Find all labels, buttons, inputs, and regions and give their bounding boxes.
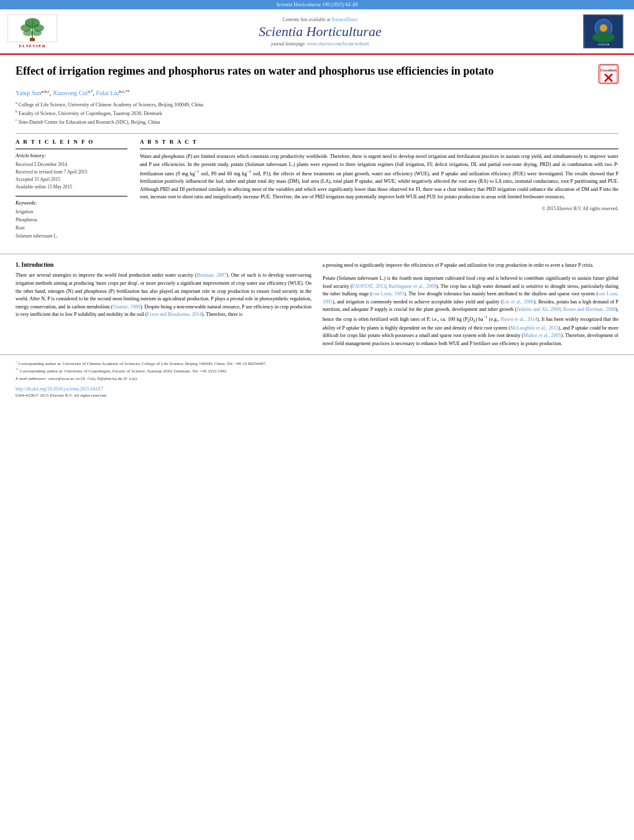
keyword-4: Solanum tuberosum L. — [16, 233, 127, 241]
journal-title: Scientia Horticulturae — [63, 24, 577, 40]
article-info-panel: A R T I C L E I N F O Article history: R… — [16, 139, 127, 240]
keywords-label: Keywords: — [16, 200, 127, 206]
svg-point-10 — [592, 32, 615, 42]
ref-rosen-2014[interactable]: Rosen et al., 2014 — [500, 316, 537, 322]
article-info-divider — [16, 149, 127, 149]
affiliation-b: b Faculty of Science, University of Cope… — [16, 109, 618, 118]
received-date: Received 5 December 2014 — [16, 161, 127, 168]
abstract-heading: A B S T R A C T — [140, 139, 618, 145]
affiliations: a College of Life Science, University of… — [16, 100, 618, 126]
contents-line: Contents lists available at ScienceDirec… — [63, 17, 577, 22]
received-revised-date: Received in revised form 7 April 2015 — [16, 168, 127, 176]
header-divider — [16, 133, 618, 134]
doi-link[interactable]: http://dx.doi.org/10.1016/j.scienta.2015… — [16, 386, 618, 392]
introduction-paragraph-3: Potato (Solanum tuberosum L.) is the fou… — [323, 275, 618, 348]
doi-section: http://dx.doi.org/10.1016/j.scienta.2015… — [0, 382, 634, 398]
homepage-line: journal homepage: www.elsevier.com/locat… — [63, 41, 577, 47]
ref-burlingame-2009[interactable]: Burlingame et al., 2009 — [388, 284, 436, 289]
abstract-divider — [140, 149, 618, 149]
author-fulai-liu[interactable]: Fulai Liu — [96, 90, 119, 96]
keyword-3: Root — [16, 224, 127, 233]
abstract-section: A B S T R A C T Water and phosphorus (P)… — [140, 139, 618, 240]
keyword-1: Irrigation — [16, 208, 127, 216]
abstract-text: Water and phosphorus (P) are limited res… — [140, 153, 618, 201]
ref-vanloon-1981b[interactable]: van Loon, 1981 — [323, 291, 618, 305]
ref-munoz-2005[interactable]: Muñoz et al., 2005 — [523, 333, 561, 338]
article-title-section: Effect of irrigation regimes and phospho… — [16, 64, 618, 84]
journal-citation-bar: Scientia Horticulturae 190 (2015) 64–69 — [0, 0, 634, 9]
article-title: Effect of irrigation regimes and phospho… — [16, 64, 589, 78]
introduction-heading: 1. Introduction — [16, 262, 311, 268]
body-content: 1. Introduction There are several strate… — [0, 262, 634, 348]
svg-text:CrossMark: CrossMark — [600, 68, 617, 72]
accepted-date: Accepted 15 April 2015 — [16, 176, 127, 183]
introduction-paragraph-2: a pressing need to significantly improve… — [323, 262, 618, 270]
affiliation-c: c Sino-Danish Center for Education and R… — [16, 118, 618, 126]
ref-vanloon-1981[interactable]: van Loon, 1981 — [372, 291, 404, 297]
author-xiaoyong-cui[interactable]: Xiaoyong Cui — [53, 90, 88, 96]
ref-faostat-2013[interactable]: FAOSTAT, 2013 — [352, 284, 386, 289]
elsevier-image — [7, 14, 57, 42]
ref-liu-2006[interactable]: Liu et al., 2006 — [503, 299, 534, 305]
journal-header: ELSEVIER Contents lists available at Sci… — [0, 9, 634, 55]
author-yanqi-sun[interactable]: Yanqi Sun — [16, 90, 42, 96]
journal-center-info: Contents lists available at ScienceDirec… — [63, 17, 577, 47]
article-info-abstract: A R T I C L E I N F O Article history: R… — [16, 139, 618, 240]
journal-citation-text: Scientia Horticulturae 190 (2015) 64–69 — [276, 2, 357, 7]
ref-jenkins-2000[interactable]: Jenkins and Ali, 2000 — [517, 307, 560, 312]
footnote-email: E-mail addresses: cuixy@ucas.ac.cn (X. C… — [16, 376, 618, 382]
issn-line: 0304-4238/© 2015 Elsevier B.V. All right… — [16, 393, 618, 398]
ref-bouman-2007[interactable]: Bouman, 2007 — [196, 272, 226, 278]
ref-ozanne-1980[interactable]: Ozanne, 1980 — [113, 304, 140, 310]
ref-mclaughlin-2011[interactable]: McLaughlin et al., 2011 — [510, 325, 558, 331]
main-content-divider — [0, 254, 634, 254]
svg-text:SCIENTIA: SCIENTIA — [597, 43, 609, 46]
copyright-notice: © 2015 Elsevier B.V. All rights reserved… — [140, 206, 618, 211]
authors-line: Yanqi Suna,b,c, Xiaoyong Cuia,*, Fulai L… — [16, 89, 618, 96]
elsevier-brand-text: ELSEVIER — [7, 44, 57, 48]
sciencedirect-link[interactable]: ScienceDirect — [331, 17, 357, 22]
svg-point-5 — [23, 30, 33, 36]
homepage-link[interactable]: www.elsevier.com/locate/scihorti — [307, 41, 369, 47]
journal-right-logo-area: SCIENTIA — [583, 14, 627, 48]
article-history-label: Article history: — [16, 153, 127, 159]
keywords-section: Keywords: Irrigation Phosphorus Root Sol… — [16, 196, 127, 240]
article-info-heading: A R T I C L E I N F O — [16, 139, 127, 145]
svg-point-6 — [32, 30, 42, 36]
body-right-column: a pressing need to significantly improve… — [323, 262, 618, 348]
journal-right-image: SCIENTIA — [583, 14, 623, 48]
crossmark-badge[interactable]: CrossMark — [599, 64, 618, 84]
affiliation-a: a College of Life Science, University of… — [16, 100, 618, 109]
email-fl[interactable]: fl@plen.ku.dk — [98, 376, 122, 381]
ref-fixen-2014[interactable]: Fixen and Bruulsema, 2014 — [147, 312, 201, 317]
available-online-date: Available online 15 May 2015 — [16, 183, 127, 191]
introduction-paragraph-1: There are several strategies to improve … — [16, 272, 311, 319]
keyword-2: Phosphorus — [16, 216, 127, 224]
article-content: Effect of irrigation regimes and phospho… — [0, 55, 634, 246]
keywords-divider — [16, 196, 127, 196]
footnote-1: * Corresponding author at: University of… — [16, 360, 618, 368]
elsevier-logo: ELSEVIER — [7, 14, 57, 48]
svg-rect-7 — [30, 38, 35, 41]
footnote-2: ** Corresponding author at: University o… — [16, 367, 618, 376]
footnotes-section: * Corresponding author at: University of… — [0, 354, 634, 382]
email-cuixy[interactable]: cuixy@ucas.ac.cn — [48, 376, 80, 381]
ref-rosen-2008[interactable]: Rosen and Bierman, 2008 — [563, 307, 615, 312]
body-left-column: 1. Introduction There are several strate… — [16, 262, 311, 348]
svg-point-11 — [600, 24, 607, 32]
